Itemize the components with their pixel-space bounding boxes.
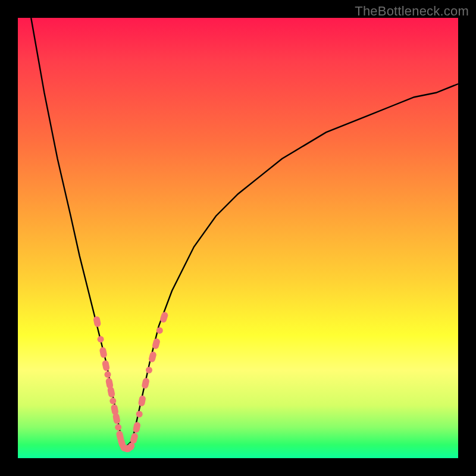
plot-area <box>18 18 458 458</box>
marker-group <box>93 311 169 453</box>
marker-dot <box>156 327 163 334</box>
marker-dot <box>98 336 104 343</box>
chart-frame: TheBottleneck.com <box>0 0 476 476</box>
marker-dot <box>115 424 121 431</box>
marker-dot <box>146 367 152 374</box>
marker-dot <box>105 371 111 378</box>
marker-dot <box>136 411 143 418</box>
marker-pill <box>138 395 146 407</box>
curve-line <box>31 18 458 449</box>
chart-svg <box>18 18 458 458</box>
watermark-label: TheBottleneck.com <box>355 4 469 19</box>
marker-dot <box>109 397 116 404</box>
marker-pill <box>141 377 150 389</box>
marker-pill <box>99 346 107 358</box>
marker-pill <box>93 316 101 328</box>
marker-pill <box>102 360 110 372</box>
